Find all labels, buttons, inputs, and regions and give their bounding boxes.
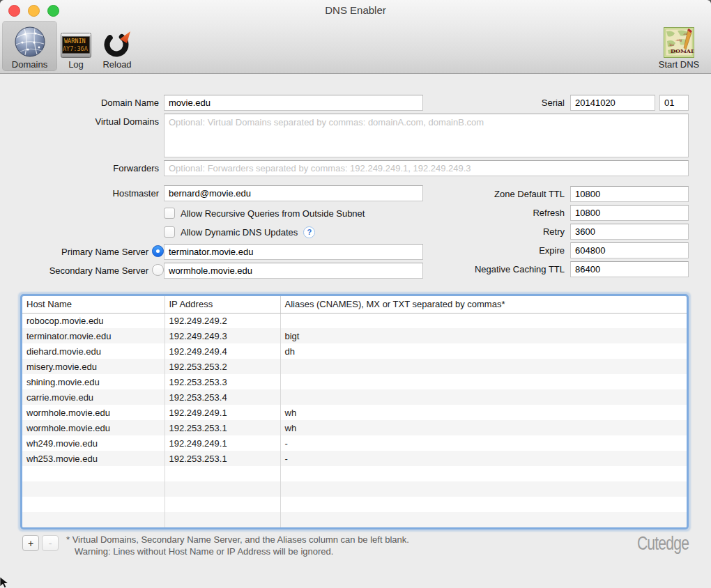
forwarders-input[interactable] bbox=[164, 160, 689, 176]
secondary-ns-radio[interactable] bbox=[152, 264, 164, 276]
table-cell[interactable] bbox=[280, 374, 687, 389]
table-cell[interactable]: robocop.movie.edu bbox=[22, 313, 165, 328]
table-cell[interactable] bbox=[165, 466, 280, 481]
zone-default-ttl-input[interactable] bbox=[570, 186, 689, 202]
table-cell[interactable]: misery.movie.edu bbox=[22, 359, 165, 374]
table-cell[interactable]: wormhole.movie.edu bbox=[22, 405, 165, 420]
lcd-line2-text: AY7:36A bbox=[63, 45, 88, 52]
expire-input[interactable] bbox=[570, 242, 689, 258]
table-row[interactable]: robocop.movie.edu192.249.249.2 bbox=[22, 313, 687, 328]
cutedge-logo: Cutedge bbox=[637, 533, 689, 555]
dynamic-dns-checkbox-row: Allow Dynamic DNS Updates ? bbox=[164, 226, 315, 238]
table-cell[interactable]: 192.253.253.3 bbox=[165, 374, 280, 389]
table-row[interactable]: carrie.movie.edu192.253.253.4 bbox=[22, 389, 687, 405]
column-header-aliases[interactable]: Aliases (CNAMES), MX or TXT separated by… bbox=[280, 296, 687, 313]
footnote: * Virtual Domains, Secondary Name Server… bbox=[66, 534, 409, 557]
dynamic-dns-checkbox[interactable] bbox=[164, 226, 175, 238]
table-cell[interactable]: wh bbox=[280, 420, 687, 435]
table-cell[interactable] bbox=[22, 512, 165, 527]
table-cell[interactable]: 192.253.253.2 bbox=[165, 359, 280, 374]
table-cell[interactable]: 192.249.249.4 bbox=[165, 343, 280, 359]
table-cell[interactable]: wh bbox=[280, 405, 687, 420]
table-cell[interactable]: terminator.movie.edu bbox=[22, 328, 165, 343]
table-row[interactable] bbox=[22, 481, 687, 497]
table-cell[interactable] bbox=[280, 512, 687, 527]
table-cell[interactable] bbox=[22, 466, 165, 481]
negative-caching-ttl-input[interactable] bbox=[570, 261, 689, 277]
table-cell[interactable]: 192.249.249.1 bbox=[165, 405, 280, 420]
footnote-line1: * Virtual Domains, Secondary Name Server… bbox=[66, 534, 409, 546]
toolbar-label-reload: Reload bbox=[102, 59, 131, 71]
retry-input[interactable] bbox=[570, 224, 689, 240]
toolbar-button-log[interactable]: WARNIN AY7:36A Log bbox=[60, 21, 92, 71]
toolbar-label-start-dns: Start DNS bbox=[659, 59, 700, 71]
column-header-ip-address[interactable]: IP Address bbox=[165, 296, 280, 313]
serial-revision-input[interactable] bbox=[659, 95, 689, 111]
table-cell[interactable] bbox=[22, 481, 165, 497]
table-cell[interactable] bbox=[280, 359, 687, 374]
table-cell[interactable]: wh249.movie.edu bbox=[22, 435, 165, 451]
table-cell[interactable]: 192.253.253.1 bbox=[165, 451, 280, 466]
table-cell[interactable]: shining.movie.edu bbox=[22, 374, 165, 389]
table-cell[interactable]: 192.253.253.1 bbox=[165, 420, 280, 435]
table-row[interactable]: wh253.movie.edu192.253.253.1- bbox=[22, 451, 687, 466]
add-row-button[interactable]: + bbox=[22, 535, 39, 551]
primary-ns-radio[interactable] bbox=[152, 245, 164, 257]
table-cell[interactable] bbox=[280, 389, 687, 405]
help-button[interactable]: ? bbox=[303, 226, 315, 238]
table-cell[interactable] bbox=[280, 313, 687, 328]
table-cell[interactable]: 192.249.249.3 bbox=[165, 328, 280, 343]
table-cell[interactable] bbox=[165, 512, 280, 527]
toolbar-label-log: Log bbox=[68, 59, 84, 71]
toolbar-button-reload[interactable]: Reload bbox=[95, 21, 139, 71]
table-row[interactable] bbox=[22, 497, 687, 512]
table-cell[interactable]: 192.253.253.4 bbox=[165, 389, 280, 405]
recursive-queries-checkbox[interactable] bbox=[164, 208, 175, 219]
domain-name-label: Domain Name bbox=[20, 98, 159, 108]
refresh-input[interactable] bbox=[570, 205, 689, 221]
table-row[interactable]: wormhole.movie.edu192.253.253.1wh bbox=[22, 420, 687, 435]
toolbar-button-domains[interactable]: Domains bbox=[2, 21, 57, 71]
table-cell[interactable]: 192.249.249.2 bbox=[165, 313, 280, 328]
table-row[interactable]: misery.movie.edu192.253.253.2 bbox=[22, 359, 687, 374]
table-cell[interactable] bbox=[22, 497, 165, 512]
table-row[interactable]: wormhole.movie.edu192.249.249.1wh bbox=[22, 405, 687, 420]
table-cell[interactable]: - bbox=[280, 451, 687, 466]
table-cell[interactable]: diehard.movie.edu bbox=[22, 343, 165, 359]
serial-input[interactable] bbox=[570, 95, 655, 111]
table-cell[interactable]: dh bbox=[280, 343, 687, 359]
table-cell[interactable]: - bbox=[280, 435, 687, 451]
circular-reload-arrow-icon bbox=[102, 27, 132, 58]
table-cell[interactable]: wh253.movie.edu bbox=[22, 451, 165, 466]
table-cell[interactable] bbox=[280, 497, 687, 512]
table-cell[interactable]: bigt bbox=[280, 328, 687, 343]
refresh-label: Refresh bbox=[390, 208, 565, 218]
column-header-host-name[interactable]: Host Name bbox=[22, 296, 165, 313]
table-row[interactable]: wh249.movie.edu192.249.249.1- bbox=[22, 435, 687, 451]
domain-name-input[interactable] bbox=[164, 95, 423, 111]
table-cell[interactable]: carrie.movie.edu bbox=[22, 389, 165, 405]
expire-label: Expire bbox=[390, 245, 565, 256]
table-cell[interactable]: wormhole.movie.edu bbox=[22, 420, 165, 435]
retry-label: Retry bbox=[390, 226, 565, 237]
table-cell[interactable] bbox=[165, 481, 280, 497]
table-cell[interactable] bbox=[165, 497, 280, 512]
table-cell[interactable] bbox=[280, 466, 687, 481]
table-cell[interactable]: 192.249.249.1 bbox=[165, 435, 280, 451]
map-text-org: .org bbox=[675, 38, 682, 42]
table-row[interactable]: diehard.movie.edu192.249.249.4dh bbox=[22, 343, 687, 359]
recursive-queries-label: Allow Recursive Queries from Outside Sub… bbox=[181, 208, 365, 219]
table-row[interactable]: terminator.movie.edu192.249.249.3bigt bbox=[22, 328, 687, 343]
table-cell[interactable] bbox=[280, 481, 687, 497]
toolbar-button-start-dns[interactable]: .com .org .biz DOMAIN Start DNS bbox=[651, 21, 707, 71]
table-row[interactable]: shining.movie.edu192.253.253.3 bbox=[22, 374, 687, 389]
hostmaster-input[interactable] bbox=[164, 185, 423, 201]
table-row[interactable] bbox=[22, 466, 687, 481]
virtual-domains-label: Virtual Domains bbox=[20, 116, 159, 127]
host-table[interactable]: Host Name IP Address Aliases (CNAMES), M… bbox=[22, 296, 687, 527]
secondary-ns-input[interactable] bbox=[164, 263, 423, 279]
primary-ns-input[interactable] bbox=[164, 244, 423, 260]
title-toolbar-chrome: DNS Enabler Do bbox=[0, 0, 711, 74]
virtual-domains-textarea[interactable] bbox=[164, 114, 689, 157]
table-row[interactable] bbox=[22, 512, 687, 527]
